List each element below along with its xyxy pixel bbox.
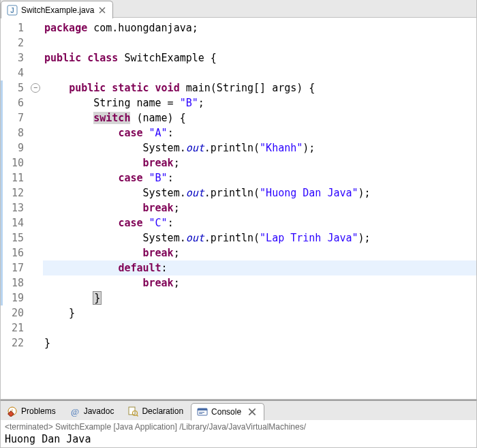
line-number: 20 (1, 305, 24, 320)
line-number: 5 (1, 80, 24, 95)
editor-tab-bar: J SwitchExample.java (1, 0, 476, 18)
editor-area: J SwitchExample.java 1234567891011121314… (0, 0, 477, 400)
tab-declaration-label: Declaration (142, 406, 183, 416)
code-line[interactable]: public static void main(String[] args) { (43, 80, 476, 95)
problems-icon: ! (7, 406, 18, 417)
code-line[interactable] (43, 320, 476, 335)
tab-problems[interactable]: ! Problems (1, 402, 63, 420)
tab-console[interactable]: Console (191, 403, 264, 421)
code-line[interactable]: } (43, 335, 476, 350)
code-line[interactable]: } (43, 305, 476, 320)
line-number-gutter: 12345678910111213141516171819202122 (1, 18, 31, 399)
line-number: 21 (1, 320, 24, 335)
javadoc-icon: @ (70, 406, 80, 417)
tab-problems-label: Problems (21, 406, 56, 416)
svg-text:J: J (10, 7, 14, 14)
code-line[interactable] (43, 35, 476, 50)
code-line[interactable] (43, 65, 476, 80)
bottom-tab-bar: ! Problems @ Javadoc Declaration Console (1, 401, 476, 420)
code-line[interactable]: public class SwitchExample { (43, 50, 476, 65)
svg-rect-10 (198, 408, 207, 410)
console-body: <terminated> SwitchExample [Java Applica… (1, 420, 476, 447)
line-number: 19 (1, 290, 24, 305)
line-number: 17 (1, 260, 24, 275)
code-line[interactable]: default: (43, 260, 476, 275)
line-number: 7 (1, 110, 24, 125)
line-number: 1 (1, 20, 24, 35)
line-number: 3 (1, 50, 24, 65)
declaration-icon (127, 406, 138, 417)
code-line[interactable]: break; (43, 155, 476, 170)
bottom-panel: ! Problems @ Javadoc Declaration Console (0, 400, 477, 448)
tab-javadoc-label: Javadoc (84, 406, 114, 416)
tab-console-label: Console (211, 407, 241, 417)
code-line[interactable]: package com.huongdanjava; (43, 20, 476, 35)
code-line[interactable]: break; (43, 245, 476, 260)
line-number: 8 (1, 125, 24, 140)
svg-line-8 (137, 415, 138, 417)
line-number: 22 (1, 335, 24, 350)
line-number: 12 (1, 185, 24, 200)
close-icon[interactable] (247, 407, 257, 417)
svg-rect-11 (199, 412, 204, 413)
editor-tab-title: SwitchExample.java (21, 5, 94, 15)
tab-javadoc[interactable]: @ Javadoc (63, 402, 122, 420)
console-output: Huong Dan Java (5, 432, 472, 445)
svg-text:@: @ (71, 406, 79, 417)
fold-toggle-icon[interactable]: − (31, 83, 40, 93)
code-line[interactable]: String name = "B"; (43, 95, 476, 110)
code-line[interactable]: case "C": (43, 215, 476, 230)
line-number: 10 (1, 155, 24, 170)
code-line[interactable]: case "A": (43, 125, 476, 140)
tab-declaration[interactable]: Declaration (121, 402, 191, 420)
code-line[interactable]: System.out.println("Lap Trinh Java"); (43, 230, 476, 245)
code-content[interactable]: package com.huongdanjava;public class Sw… (43, 18, 476, 399)
code-line[interactable]: break; (43, 275, 476, 290)
code-line[interactable]: break; (43, 200, 476, 215)
line-number: 6 (1, 95, 24, 110)
svg-rect-12 (199, 413, 202, 414)
line-number: 4 (1, 65, 24, 80)
code-line[interactable]: case "B": (43, 170, 476, 185)
line-number: 2 (1, 35, 24, 50)
fold-gutter[interactable]: − (31, 18, 43, 399)
console-icon (197, 406, 208, 417)
editor-tab[interactable]: J SwitchExample.java (1, 1, 113, 18)
svg-text:!: ! (12, 408, 13, 413)
code-line[interactable]: } (43, 290, 476, 305)
code-line[interactable]: switch (name) { (43, 110, 476, 125)
line-number: 9 (1, 140, 24, 155)
line-number: 15 (1, 230, 24, 245)
line-number: 13 (1, 200, 24, 215)
line-number: 16 (1, 245, 24, 260)
line-number: 14 (1, 215, 24, 230)
code-line[interactable]: System.out.println("Huong Dan Java"); (43, 185, 476, 200)
line-number: 11 (1, 170, 24, 185)
code-line[interactable]: System.out.println("Khanh"); (43, 140, 476, 155)
console-status: <terminated> SwitchExample [Java Applica… (5, 422, 472, 432)
line-number: 18 (1, 275, 24, 290)
java-file-icon: J (7, 5, 18, 16)
code-pane[interactable]: 12345678910111213141516171819202122 − pa… (1, 18, 476, 399)
close-icon[interactable] (97, 5, 107, 15)
